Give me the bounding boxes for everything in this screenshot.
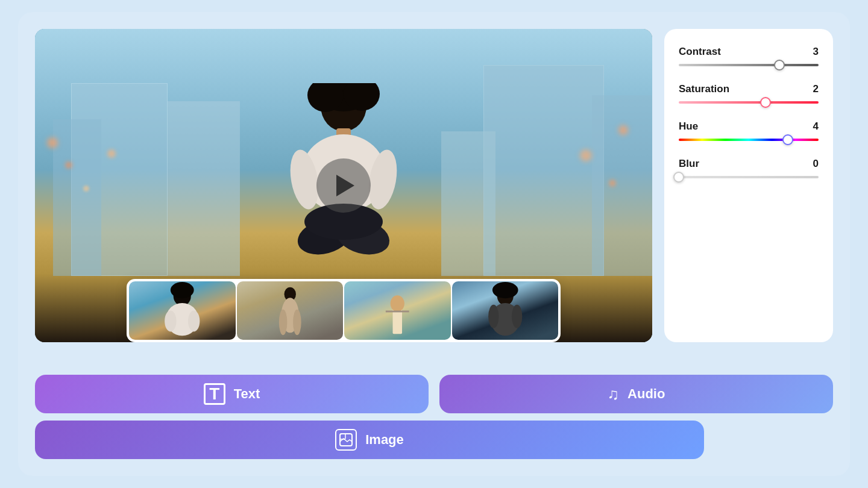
- contrast-header: Contrast 3: [679, 46, 819, 58]
- video-section: [35, 29, 652, 364]
- video-player: [35, 29, 652, 342]
- thumb-figure-3: [344, 281, 451, 340]
- saturation-thumb[interactable]: [760, 97, 771, 108]
- thumbnail-2[interactable]: [237, 281, 344, 340]
- thumbnail-1[interactable]: [129, 281, 236, 340]
- svg-point-12: [171, 282, 194, 298]
- play-button[interactable]: [316, 158, 371, 213]
- svg-point-14: [165, 311, 176, 332]
- svg-point-19: [293, 310, 301, 336]
- contrast-control: Contrast 3: [679, 46, 819, 66]
- contrast-thumb[interactable]: [774, 60, 785, 70]
- contrast-slider[interactable]: [679, 64, 819, 66]
- svg-point-15: [188, 311, 200, 332]
- blur-label: Blur: [679, 158, 699, 170]
- saturation-control: Saturation 2: [679, 83, 819, 104]
- blur-header: Blur 0: [679, 158, 819, 170]
- svg-point-26: [488, 305, 498, 328]
- play-icon: [336, 175, 354, 196]
- saturation-slider[interactable]: [679, 101, 819, 104]
- audio-button[interactable]: ♫ Audio: [439, 375, 833, 413]
- audio-button-label: Audio: [627, 386, 665, 402]
- svg-point-18: [278, 310, 287, 336]
- top-row: Contrast 3 Saturation 2: [35, 29, 833, 364]
- blur-value: 0: [813, 158, 819, 170]
- thumbnail-4[interactable]: [452, 281, 559, 340]
- controls-panel: Contrast 3 Saturation 2: [664, 29, 833, 342]
- saturation-header: Saturation 2: [679, 83, 819, 95]
- hue-slider[interactable]: [679, 139, 819, 141]
- image-button-label: Image: [365, 432, 404, 448]
- text-button-label: Text: [234, 386, 260, 402]
- thumb-figure-2: [237, 281, 344, 340]
- contrast-value: 3: [813, 46, 819, 58]
- svg-point-27: [511, 305, 521, 328]
- hue-header: Hue 4: [679, 120, 819, 133]
- thumbnail-strip: [127, 279, 561, 342]
- hue-label: Hue: [679, 120, 698, 133]
- thumbnail-3[interactable]: [344, 281, 451, 340]
- app-container: Contrast 3 Saturation 2: [18, 12, 850, 476]
- blur-thumb[interactable]: [673, 172, 684, 183]
- blur-slider[interactable]: [679, 176, 819, 178]
- image-button[interactable]: Image: [35, 421, 704, 459]
- hue-thumb[interactable]: [782, 134, 793, 145]
- text-button[interactable]: T Text: [35, 375, 429, 413]
- thumb-figure-1: [129, 281, 236, 340]
- hue-control: Hue 4: [679, 120, 819, 141]
- contrast-label: Contrast: [679, 46, 721, 58]
- svg-rect-22: [386, 311, 409, 313]
- saturation-label: Saturation: [679, 83, 729, 95]
- button-row-1: T Text ♫ Audio: [35, 375, 833, 413]
- text-icon: T: [204, 383, 225, 405]
- audio-icon: ♫: [608, 385, 620, 404]
- svg-point-24: [492, 282, 518, 298]
- svg-point-21: [391, 295, 404, 311]
- blur-control: Blur 0: [679, 158, 819, 178]
- bottom-buttons: T Text ♫ Audio Image: [35, 375, 833, 459]
- button-row-2: Image: [35, 421, 833, 459]
- thumb-figure-4: [452, 281, 559, 340]
- hue-value: 4: [813, 120, 819, 133]
- image-icon-svg: [339, 433, 353, 446]
- saturation-value: 2: [813, 83, 819, 95]
- image-icon: [335, 429, 357, 451]
